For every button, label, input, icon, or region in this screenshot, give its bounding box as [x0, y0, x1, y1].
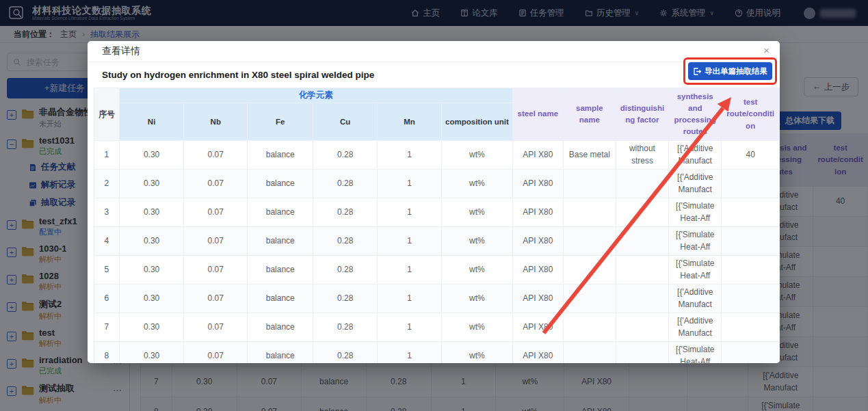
cell-ni: 0.30 [119, 198, 184, 227]
cell-steel: API X80 [512, 313, 563, 342]
cell-fe: balance [248, 342, 313, 364]
cell-fe: balance [248, 141, 313, 170]
cell-test [722, 284, 780, 313]
cell-sample [563, 170, 616, 198]
cell-cu: 0.28 [313, 198, 378, 227]
cell-seq: 4 [94, 227, 120, 256]
cell-seq: 8 [94, 342, 120, 364]
cell-nb: 0.07 [184, 227, 248, 256]
cell-steel: API X80 [512, 284, 563, 313]
table-row: 6 0.30 0.07 balance 0.28 1 wt% API X80 [… [94, 284, 780, 313]
col-chem-element: Ni [119, 103, 184, 141]
cell-sample: Base metal [563, 141, 616, 170]
table-row: 3 0.30 0.07 balance 0.28 1 wt% API X80 [… [94, 198, 780, 227]
table-row: 5 0.30 0.07 balance 0.28 1 wt% API X80 [… [94, 256, 780, 284]
cell-unit: wt% [442, 313, 513, 342]
cell-unit: wt% [442, 198, 513, 227]
cell-sample [563, 284, 616, 313]
cell-fe: balance [248, 284, 313, 313]
details-table-wrap: 序号 化学元素 steel name sample name distingui… [94, 88, 780, 363]
cell-cu: 0.28 [313, 256, 378, 284]
cell-test [722, 198, 780, 227]
cell-sample [563, 198, 616, 227]
cell-test [722, 227, 780, 256]
cell-fe: balance [248, 198, 313, 227]
export-icon [693, 67, 702, 76]
cell-distinguishing: without stress [616, 141, 668, 170]
cell-unit: wt% [442, 170, 513, 198]
cell-ni: 0.30 [119, 313, 184, 342]
cell-sample [563, 227, 616, 256]
cell-steel: API X80 [512, 198, 563, 227]
table-row: 8 0.30 0.07 balance 0.28 1 wt% API X80 [… [94, 342, 780, 364]
cell-seq: 7 [94, 313, 120, 342]
cell-test: 40 [722, 141, 780, 170]
cell-cu: 0.28 [313, 227, 378, 256]
table-row: 7 0.30 0.07 balance 0.28 1 wt% API X80 [… [94, 313, 780, 342]
col-seq: 序号 [94, 88, 120, 141]
cell-seq: 1 [94, 141, 120, 170]
cell-synthesis: [{'Additive Manufact [669, 141, 722, 170]
cell-ni: 0.30 [119, 256, 184, 284]
cell-steel: API X80 [512, 342, 563, 364]
cell-synthesis: [{'Additive Manufact [669, 284, 722, 313]
cell-test [722, 170, 780, 198]
view-details-modal: 查看详情 × Study on hydrogen enrichment in X… [88, 41, 780, 363]
cell-synthesis: [{'Simulate Heat-Aff [669, 342, 722, 364]
cell-fe: balance [248, 170, 313, 198]
cell-nb: 0.07 [184, 198, 248, 227]
table-row: 1 0.30 0.07 balance 0.28 1 wt% API X80 B… [94, 141, 780, 170]
cell-cu: 0.28 [313, 342, 378, 364]
cell-distinguishing [616, 284, 668, 313]
cell-synthesis: [{'Simulate Heat-Aff [669, 256, 722, 284]
col-steel-name: steel name [512, 88, 563, 141]
cell-steel: API X80 [512, 141, 563, 170]
col-chem-element: Mn [378, 103, 442, 141]
cell-test [722, 313, 780, 342]
cell-cu: 0.28 [313, 141, 378, 170]
cell-test [722, 342, 780, 364]
cell-synthesis: [{'Simulate Heat-Aff [669, 198, 722, 227]
cell-synthesis: [{'Additive Manufact [669, 170, 722, 198]
col-chem-element: composition unit [442, 103, 513, 141]
close-icon[interactable]: × [763, 45, 770, 55]
cell-steel: API X80 [512, 256, 563, 284]
export-single-result-button[interactable]: 导出单篇抽取结果 [688, 62, 772, 80]
cell-nb: 0.07 [184, 256, 248, 284]
cell-fe: balance [248, 227, 313, 256]
col-chem-element: Nb [184, 103, 248, 141]
cell-fe: balance [248, 256, 313, 284]
cell-distinguishing [616, 313, 668, 342]
cell-seq: 6 [94, 284, 120, 313]
cell-seq: 5 [94, 256, 120, 284]
cell-ni: 0.30 [119, 170, 184, 198]
col-chem-element: Cu [313, 103, 378, 141]
cell-mn: 1 [378, 313, 442, 342]
cell-nb: 0.07 [184, 342, 248, 364]
cell-unit: wt% [442, 141, 513, 170]
cell-mn: 1 [378, 198, 442, 227]
paper-title: Study on hydrogen enrichment in X80 stee… [88, 62, 780, 88]
cell-cu: 0.28 [313, 284, 378, 313]
cell-unit: wt% [442, 284, 513, 313]
cell-cu: 0.28 [313, 170, 378, 198]
col-sample-name: sample name [563, 88, 616, 141]
col-synthesis-routes: synthesis and processing routes [669, 88, 722, 141]
modal-title: 查看详情 [102, 45, 140, 57]
cell-ni: 0.30 [119, 284, 184, 313]
cell-fe: balance [248, 313, 313, 342]
cell-unit: wt% [442, 256, 513, 284]
modal-header: 查看详情 [88, 41, 780, 62]
cell-cu: 0.28 [313, 313, 378, 342]
cell-unit: wt% [442, 227, 513, 256]
cell-ni: 0.30 [119, 141, 184, 170]
table-row: 4 0.30 0.07 balance 0.28 1 wt% API X80 [… [94, 227, 780, 256]
cell-synthesis: [{'Additive Manufact [669, 313, 722, 342]
cell-unit: wt% [442, 342, 513, 364]
cell-mn: 1 [378, 342, 442, 364]
cell-seq: 2 [94, 170, 120, 198]
cell-ni: 0.30 [119, 227, 184, 256]
cell-sample [563, 313, 616, 342]
cell-mn: 1 [378, 141, 442, 170]
cell-mn: 1 [378, 256, 442, 284]
